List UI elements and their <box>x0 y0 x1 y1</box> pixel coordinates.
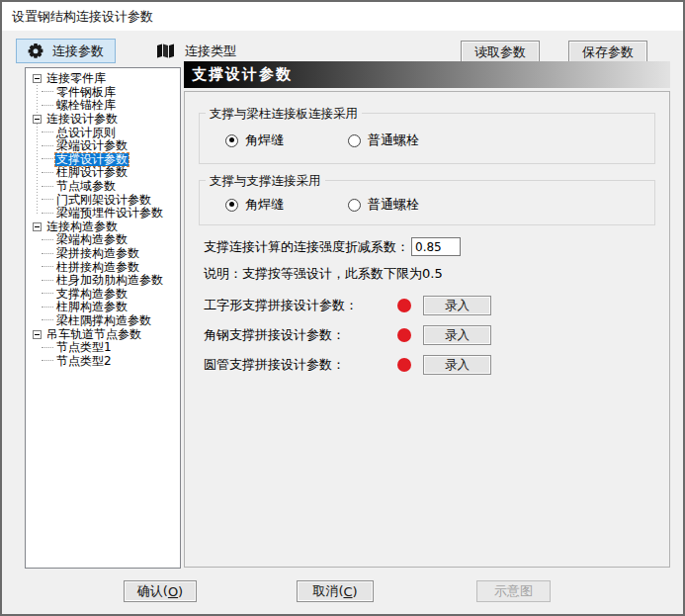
tree-item[interactable]: 螺栓锚栓库 <box>26 99 180 113</box>
save-params-button[interactable]: 保存参数 <box>568 41 647 63</box>
tree-item[interactable]: 连接零件库 <box>26 72 180 86</box>
group-brace-to-gusset-title: 支撑与梁柱连接板连接采用 <box>206 106 362 123</box>
radio-icon[interactable] <box>348 199 361 212</box>
entry-button[interactable]: 录入 <box>423 296 491 315</box>
tree-item[interactable]: 梁端构造参数 <box>26 233 180 247</box>
status-dot-icon <box>397 328 411 342</box>
status-dot-icon <box>397 358 411 372</box>
tree-item[interactable]: 零件钢板库 <box>26 86 180 100</box>
tree-item[interactable]: 节点类型1 <box>26 341 180 355</box>
tree-item[interactable]: 支撑设计参数 <box>26 153 180 167</box>
tree-connector-line <box>42 186 53 188</box>
radio-option[interactable]: 角焊缝 <box>225 132 348 149</box>
group-brace-to-brace: 支撑与支撑连接采用 角焊缝 普通螺栓 <box>199 180 655 225</box>
tree-connector-line <box>42 319 53 321</box>
tree-connector-line <box>42 199 53 201</box>
read-params-button[interactable]: 读取参数 <box>461 41 540 63</box>
tree-connector-line <box>42 132 53 133</box>
parameter-tree[interactable]: 连接零件库 零件钢板库 螺栓锚栓库 连接设计参数 <box>25 67 181 569</box>
radio-icon[interactable] <box>225 199 238 212</box>
tree-item[interactable]: 柱脚构造参数 <box>26 301 180 314</box>
splice-entry-row: 工字形支撑拼接设计参数： 录入 <box>204 296 491 315</box>
tree-item[interactable]: 支撑构造参数 <box>26 288 180 302</box>
tree-connector-line <box>42 105 53 107</box>
splice-entry-row: 角钢支撑拼接设计参数： 录入 <box>204 325 491 345</box>
diagram-button: 示意图 <box>476 580 551 602</box>
tree-connector-line <box>42 145 53 147</box>
brace-to-gusset-options: 角焊缝 普通螺栓 <box>225 132 471 149</box>
tree-item-label: 支撑设计参数 <box>55 153 128 166</box>
collapse-icon[interactable] <box>33 74 42 83</box>
status-dot-icon <box>397 299 411 312</box>
radio-option-label: 普通螺栓 <box>368 132 419 149</box>
tree-connector-line <box>42 91 53 93</box>
group-brace-to-brace-title: 支撑与支撑连接采用 <box>206 173 325 190</box>
tree-item-label: 吊车轨道节点参数 <box>45 328 142 341</box>
confirm-label-post: ) <box>178 584 183 599</box>
tree-item-label: 零件钢板库 <box>55 86 117 99</box>
tab-connection-parameters[interactable]: 连接参数 <box>16 39 116 63</box>
radio-option-label: 角焊缝 <box>245 132 284 149</box>
tab-connection-types[interactable]: 连接类型 <box>146 39 247 63</box>
collapse-icon[interactable] <box>33 115 42 124</box>
tree-connector-line <box>42 213 53 215</box>
splice-entry-label: 工字形支撑拼接设计参数： <box>204 297 397 314</box>
collapse-icon[interactable] <box>33 330 42 339</box>
tree-item[interactable]: 梁端设计参数 <box>26 139 180 153</box>
tree-item[interactable]: 节点类型2 <box>26 354 180 368</box>
title-bar: 设置钢结构连接设计参数 <box>2 2 683 31</box>
cancel-button[interactable]: 取消(C) <box>297 580 374 602</box>
dialog-window: 设置钢结构连接设计参数 连接参数 连接类型 读取参数 保存参数 <box>0 0 685 616</box>
confirm-label-pre: 确认( <box>137 582 168 600</box>
tab-connection-parameters-label: 连接参数 <box>52 43 104 60</box>
tree-item[interactable]: 总设计原则 <box>26 126 180 139</box>
tree-item-label: 门式刚架设计参数 <box>55 194 152 207</box>
tree-item-label: 连接设计参数 <box>45 113 119 126</box>
group-brace-to-gusset: 支撑与梁柱连接板连接采用 角焊缝 普通螺栓 <box>199 113 655 164</box>
tree-item[interactable]: 连接设计参数 <box>26 113 180 127</box>
tree-item[interactable]: 柱拼接构造参数 <box>26 260 180 274</box>
radio-icon[interactable] <box>225 134 238 147</box>
tree-item-label: 梁拼接构造参数 <box>55 247 140 260</box>
panel-header: 支撑设计参数 <box>184 61 670 88</box>
radio-icon[interactable] <box>348 134 361 147</box>
brace-design-panel: 支撑与梁柱连接板连接采用 角焊缝 普通螺栓 支撑与支撑连接采用 <box>184 91 670 568</box>
window-title: 设置钢结构连接设计参数 <box>12 8 153 26</box>
tree-item-label: 柱拼接构造参数 <box>55 261 140 274</box>
note-text: 说明：支撑按等强设计，此系数下限为0.5 <box>204 265 443 283</box>
tree-connector-line <box>42 307 53 308</box>
tree-connector-line <box>42 239 53 241</box>
tree-item[interactable]: 柱身加劲肋构造参数 <box>26 274 180 288</box>
tree-item-label: 总设计原则 <box>55 127 117 139</box>
collapse-icon[interactable] <box>33 222 42 231</box>
tree-item[interactable]: 梁拼接构造参数 <box>26 247 180 261</box>
tree-item[interactable]: 柱脚设计参数 <box>26 166 180 180</box>
tree-item[interactable]: 节点域参数 <box>26 180 180 194</box>
entry-button[interactable]: 录入 <box>423 325 491 345</box>
tree-item-label: 柱脚设计参数 <box>55 166 128 179</box>
strength-reduction-label: 支撑连接计算的连接强度折减系数： <box>204 238 411 256</box>
radio-option[interactable]: 普通螺栓 <box>348 196 471 214</box>
tree-item-label: 梁端设计参数 <box>55 139 128 152</box>
strength-reduction-input[interactable] <box>411 237 461 256</box>
tree-item[interactable]: 连接构造参数 <box>26 220 180 234</box>
tree-item[interactable]: 吊车轨道节点参数 <box>26 327 180 341</box>
tree-connector-line <box>42 172 53 174</box>
tree-item[interactable]: 门式刚架设计参数 <box>26 193 180 207</box>
radio-option[interactable]: 角焊缝 <box>225 196 348 214</box>
tree-connector-line <box>42 293 53 295</box>
tree-connector-line <box>42 266 53 268</box>
strength-reduction-row: 支撑连接计算的连接强度折减系数： <box>204 237 461 256</box>
splice-entry-label: 角钢支撑拼接设计参数： <box>204 326 397 344</box>
entry-button[interactable]: 录入 <box>423 355 491 375</box>
tree-connector-line <box>42 253 53 255</box>
brace-to-brace-options: 角焊缝 普通螺栓 <box>225 196 471 214</box>
tree-list: 连接零件库 零件钢板库 螺栓锚栓库 连接设计参数 <box>26 72 180 368</box>
confirm-access-key: O <box>168 584 178 599</box>
splice-entry-label: 圆管支撑拼接设计参数： <box>204 356 397 374</box>
tree-item-label: 螺栓锚栓库 <box>55 99 117 112</box>
tree-item[interactable]: 梁柱隅撑构造参数 <box>26 314 180 328</box>
radio-option[interactable]: 普通螺栓 <box>348 132 471 149</box>
confirm-button[interactable]: 确认(O) <box>124 580 197 602</box>
tree-item[interactable]: 梁端预埋件设计参数 <box>26 207 180 220</box>
